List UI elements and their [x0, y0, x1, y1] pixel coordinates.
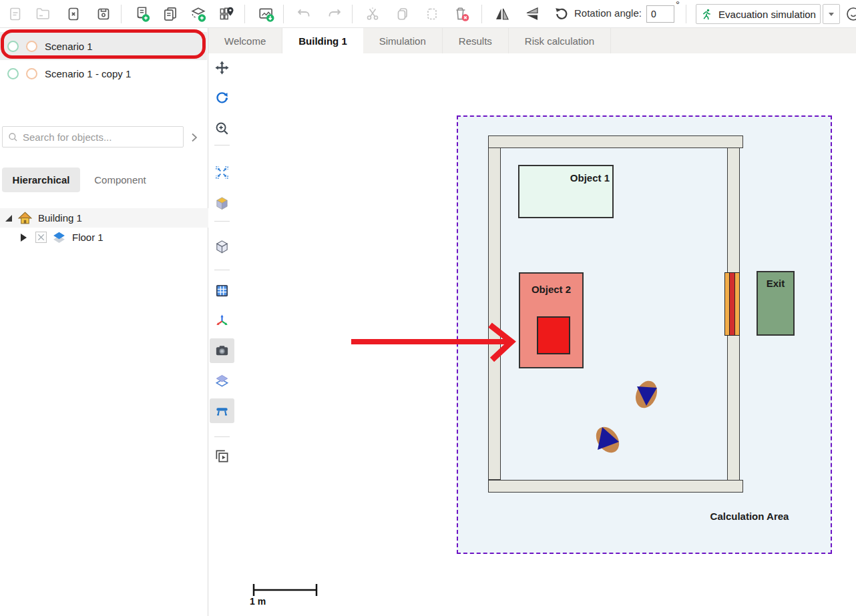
wall-bottom[interactable] — [488, 480, 743, 493]
tab-risk-calculation[interactable]: Risk calculation — [509, 28, 611, 53]
toolbar-separator — [686, 5, 686, 23]
toolbar-separator — [121, 5, 122, 23]
layers-tool-button[interactable] — [210, 368, 234, 393]
map-location-button[interactable] — [215, 3, 238, 25]
rotate-ccw-button[interactable] — [550, 3, 573, 25]
undo-button[interactable] — [292, 3, 315, 25]
open-folder-button[interactable] — [31, 3, 54, 25]
dropdown-caret-icon — [829, 13, 834, 16]
axes-tool-button[interactable] — [210, 308, 234, 333]
copy-button[interactable] — [391, 3, 414, 25]
duplicate-scenario-button[interactable] — [159, 3, 182, 25]
new-document-button[interactable] — [4, 3, 27, 25]
toolstrip-separator — [214, 221, 230, 222]
import-background-image-button[interactable] — [255, 3, 278, 25]
camera-snapshot-button[interactable] — [210, 338, 234, 363]
cut-icon — [365, 6, 381, 22]
simulation-dropdown-button[interactable] — [823, 4, 840, 24]
search-icon — [8, 132, 18, 142]
redo-button[interactable] — [323, 3, 346, 25]
evacuation-simulation-button[interactable]: Evacuation simulation — [696, 4, 821, 24]
expander-collapsed-icon[interactable] — [21, 234, 27, 242]
delete-button[interactable] — [450, 3, 473, 25]
duplicate-scenario-icon — [162, 5, 179, 23]
copy-icon — [395, 6, 411, 22]
camera-icon — [214, 343, 230, 358]
scenario-list-item-1[interactable]: Scenario 1 — [0, 32, 207, 60]
expander-expanded-icon[interactable] — [5, 215, 12, 222]
furniture-table-icon — [214, 403, 230, 418]
search-input[interactable] — [23, 131, 178, 143]
object-search-box[interactable] — [2, 126, 184, 147]
rotate-view-icon — [214, 91, 230, 106]
mirror-horizontal-button[interactable] — [491, 3, 513, 25]
tree-item-floor[interactable]: Floor 1 — [0, 228, 208, 247]
mirror-vertical-button[interactable] — [521, 3, 544, 25]
scenario-status-circle-green[interactable] — [7, 41, 19, 52]
scenario-list-item-2[interactable]: Scenario 1 - copy 1 — [0, 62, 207, 85]
zoom-in-tool-button[interactable] — [210, 116, 234, 141]
add-floor-button[interactable] — [187, 3, 210, 25]
view-3d-button[interactable] — [210, 191, 234, 216]
door-stripe — [730, 272, 734, 336]
rotation-angle-input[interactable] — [646, 5, 674, 23]
toolstrip-separator — [214, 436, 230, 437]
exit-object[interactable]: Exit — [757, 271, 795, 336]
layers-icon — [214, 373, 230, 388]
tab-label: Welcome — [224, 35, 266, 47]
door-object[interactable] — [724, 272, 741, 336]
tree-item-building[interactable]: Building 1 — [0, 208, 208, 228]
occupant-agent-1[interactable] — [631, 378, 662, 411]
occupant-agent-2[interactable] — [592, 422, 624, 457]
tab-component[interactable]: Component — [81, 168, 159, 192]
wireframe-cube-icon — [214, 239, 230, 254]
wall-left[interactable] — [488, 147, 501, 480]
tab-results[interactable]: Results — [443, 28, 509, 53]
toolbar-separator — [283, 5, 284, 23]
scenario-status-circle-orange[interactable] — [26, 41, 37, 52]
tab-simulation[interactable]: Simulation — [363, 28, 443, 53]
wall-right-upper[interactable] — [727, 147, 740, 273]
move-tool-button[interactable] — [210, 55, 234, 80]
add-scenario-button[interactable] — [131, 3, 154, 25]
wall-top[interactable] — [488, 135, 743, 148]
evacuation-simulation-label: Evacuation simulation — [718, 9, 816, 20]
search-expand-button[interactable] — [186, 129, 202, 145]
undo-icon — [296, 6, 312, 22]
wireframe-view-button[interactable] — [210, 234, 234, 259]
scenario-status-circle-green[interactable] — [7, 68, 19, 79]
object-2-inner-source[interactable] — [537, 316, 570, 354]
house-icon — [18, 211, 32, 225]
close-document-button[interactable] — [62, 3, 85, 25]
tab-label: Simulation — [379, 35, 426, 47]
paste-icon — [424, 6, 440, 22]
wall-right-lower[interactable] — [727, 335, 740, 481]
toolstrip-separator — [214, 145, 230, 145]
room-object-2[interactable]: Object 2 — [519, 272, 584, 368]
runner-icon — [700, 8, 713, 21]
scale-bar-label: 1 m — [250, 596, 266, 607]
furniture-table-tool-button[interactable] — [210, 398, 234, 423]
paste-button[interactable] — [421, 3, 443, 25]
axes-icon — [214, 313, 230, 328]
status-circle-icon[interactable] — [845, 6, 856, 22]
move-icon — [214, 60, 230, 75]
fit-to-view-button[interactable] — [210, 160, 234, 185]
rotate-view-button[interactable] — [210, 86, 234, 111]
tab-hierarchical[interactable]: Hierarchical — [2, 168, 80, 192]
scenario-status-circle-orange[interactable] — [26, 68, 37, 79]
fit-to-view-icon — [214, 165, 230, 180]
x-mark-icon — [37, 234, 45, 241]
toolstrip-separator — [214, 270, 230, 270]
tab-label: Risk calculation — [525, 35, 594, 47]
door-stripe — [724, 272, 730, 336]
slideshow-tool-button[interactable] — [210, 444, 234, 469]
grid-tool-button[interactable] — [210, 278, 234, 303]
tab-welcome[interactable]: Welcome — [208, 28, 282, 53]
room-object-1[interactable]: Object 1 — [518, 165, 614, 218]
save-button[interactable] — [92, 3, 115, 25]
tab-building-1[interactable]: Building 1 — [282, 28, 363, 53]
floor-visibility-checkbox[interactable] — [35, 232, 47, 243]
close-document-icon — [65, 6, 81, 22]
cut-button[interactable] — [361, 3, 384, 25]
